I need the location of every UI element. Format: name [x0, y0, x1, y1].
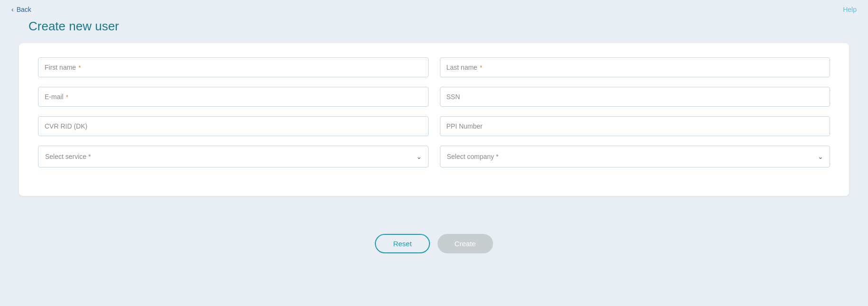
email-field: E-mail * [38, 87, 429, 107]
top-bar: ‹ Back Help [0, 0, 868, 19]
cvr-input[interactable] [38, 116, 429, 136]
last-name-field: Last name * [440, 57, 831, 77]
service-select-wrapper: Select service * ⌄ [38, 146, 429, 167]
service-select[interactable]: Select service * [38, 146, 429, 167]
page-title: Create new user [0, 19, 868, 43]
first-name-input[interactable] [38, 57, 429, 77]
row-selects: Select service * ⌄ Select company * ⌄ [38, 146, 830, 167]
cvr-field: CVR RID (DK) [38, 116, 429, 136]
row-name: First name * Last name * [38, 57, 830, 77]
back-label: Back [17, 6, 31, 13]
company-select-wrapper: Select company * ⌄ [440, 146, 831, 167]
company-select[interactable]: Select company * [440, 146, 831, 167]
back-arrow-icon: ‹ [11, 6, 14, 13]
ppi-field: PPI Number [440, 116, 831, 136]
back-link[interactable]: ‹ Back [11, 6, 31, 13]
last-name-input[interactable] [440, 57, 831, 77]
email-input[interactable] [38, 87, 429, 107]
row-email-ssn: E-mail * SSN [38, 87, 830, 107]
reset-button[interactable]: Reset [375, 234, 429, 253]
ppi-input[interactable] [440, 116, 831, 136]
first-name-field: First name * [38, 57, 429, 77]
ssn-input[interactable] [440, 87, 831, 107]
form-card: First name * Last name * E-mail * SSN CV… [19, 43, 849, 196]
row-cvr-ppi: CVR RID (DK) PPI Number [38, 116, 830, 136]
help-link[interactable]: Help [843, 6, 857, 13]
create-button[interactable]: Create [438, 234, 493, 253]
ssn-field: SSN [440, 87, 831, 107]
buttons-row: Reset Create [0, 234, 868, 263]
